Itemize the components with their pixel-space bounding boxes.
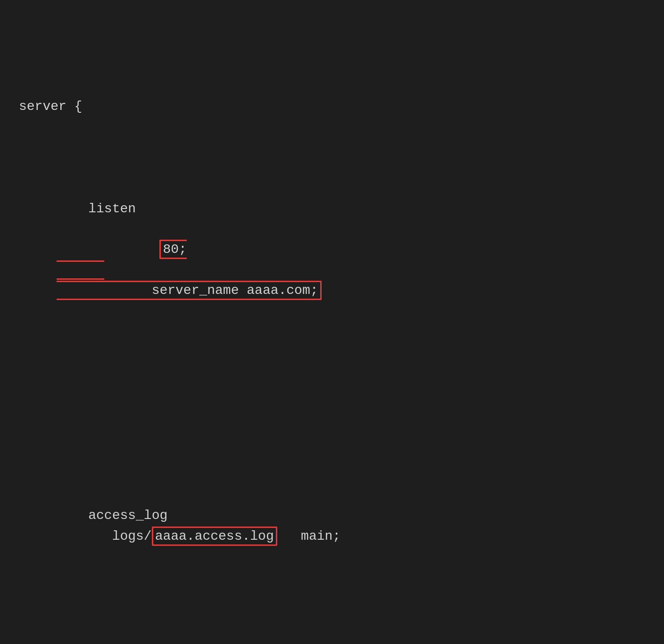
server1-name-value: aaaa.com; xyxy=(247,283,318,298)
listen-value-highlight: 80; server_name aaaa.com; xyxy=(57,240,322,300)
listen-label: listen xyxy=(88,201,136,216)
server1-open: server { xyxy=(19,96,645,117)
server-name-label: server_name xyxy=(152,283,239,298)
listen-value-box: 80; server_name aaaa.com; xyxy=(57,240,322,318)
access-log-label1: access_log xyxy=(88,508,167,523)
code-editor: server { listen 80; server_name aaaa.com… xyxy=(19,14,645,644)
access-log-path1: logs/ xyxy=(112,529,152,544)
access-log-file1: aaaa.access.log xyxy=(155,529,274,544)
server1-access-log-line: access_log logs/aaaa.access.log main; xyxy=(19,485,645,567)
blank1 xyxy=(19,403,645,423)
server1-listen-line: listen 80; server_name aaaa.com; xyxy=(19,178,645,342)
access-log-suffix1: main; xyxy=(277,529,340,544)
blank2 xyxy=(19,628,645,644)
access-log-file1-highlight: aaaa.access.log xyxy=(152,527,277,546)
